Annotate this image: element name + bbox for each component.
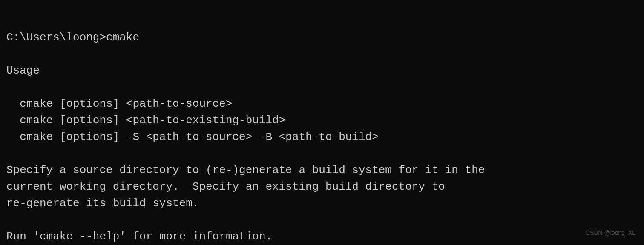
usage-line: cmake [options] <path-to-source> — [20, 97, 232, 110]
description-text: current working directory. Specify an ex… — [6, 180, 445, 193]
description-text: re-generate its build system. — [6, 197, 199, 210]
prompt: C:\Users\loong> — [6, 31, 106, 44]
usage-header: Usage — [6, 64, 40, 77]
terminal-output: C:\Users\loong>cmake Usage cmake [option… — [6, 13, 638, 245]
command: cmake — [106, 31, 139, 44]
help-text: Run 'cmake --help' for more information. — [6, 230, 272, 243]
usage-line: cmake [options] <path-to-existing-build> — [20, 114, 285, 127]
command-line: C:\Users\loong>cmake — [6, 29, 638, 46]
usage-line: cmake [options] -S <path-to-source> -B <… — [20, 131, 379, 143]
watermark: CSDN @loong_XL — [586, 228, 635, 237]
description-text: Specify a source directory to (re-)gener… — [6, 164, 485, 177]
